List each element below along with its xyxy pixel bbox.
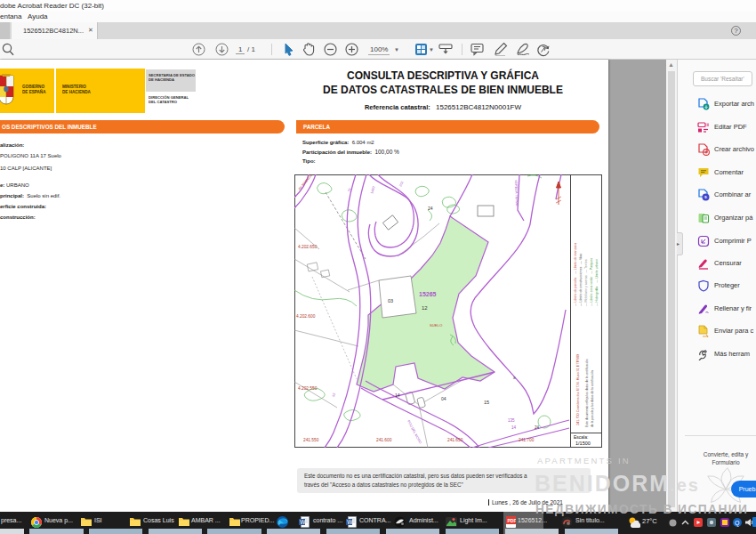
svg-text:14: 14 — [511, 425, 517, 430]
svg-text:4.202.600: 4.202.600 — [296, 314, 316, 319]
svg-text:W: W — [300, 519, 306, 525]
svg-text:12: 12 — [422, 305, 428, 311]
svg-text:24: 24 — [535, 425, 540, 430]
svg-text:SUELO: SUELO — [430, 323, 443, 328]
svg-text:135: 135 — [508, 418, 515, 423]
svg-text:— Límite de parcela — Límit: — Límite de parcela — Límite de manzana — [574, 243, 577, 306]
svg-text:— Límite zona verde — Parque: — Límite zona verde — Parques — [590, 258, 593, 306]
svg-text:W: W — [347, 519, 353, 525]
svg-text:1/1500: 1/1500 — [575, 441, 591, 446]
svg-text:Este documento refleja los dat: Este documento refleja los datos de la c… — [585, 360, 589, 427]
svg-text:Escala:: Escala: — [574, 434, 588, 440]
svg-text:04: 04 — [441, 396, 446, 401]
svg-text:— Límite de construcciones —: — Límite de construcciones — Vías — [579, 254, 583, 306]
svg-text:PDF: PDF — [508, 518, 517, 523]
svg-text:de la parcela y los datos de l: de la parcela y los datos de la certific… — [591, 370, 594, 427]
svg-text:03: 03 — [388, 298, 393, 303]
svg-text:15: 15 — [484, 400, 489, 405]
svg-text:241.600: 241.600 — [376, 438, 392, 442]
svg-text:14: 14 — [395, 392, 400, 398]
svg-text:Q: Q — [735, 520, 740, 527]
svg-text:241.700: 241.700 — [519, 438, 535, 442]
svg-text:241.550: 241.550 — [303, 438, 319, 442]
svg-text:4.202.550: 4.202.550 — [298, 386, 318, 391]
svg-text:— Hidrografía — Límite urba: — Hidrografía — Límite urbano — [595, 259, 599, 306]
svg-text:15265: 15265 — [419, 291, 437, 297]
svg-text:241.700 Coordenadas U.T.M. Hus: 241.700 Coordenadas U.T.M. Huso 31 ETRS8… — [576, 354, 580, 425]
svg-text:4.202.650: 4.202.650 — [298, 245, 318, 249]
svg-text:241.650: 241.650 — [447, 438, 463, 442]
svg-text:24: 24 — [428, 206, 433, 211]
svg-text:— Mobiliario y aceras — Text: — Mobiliario y aceras — Textos — [584, 259, 588, 306]
